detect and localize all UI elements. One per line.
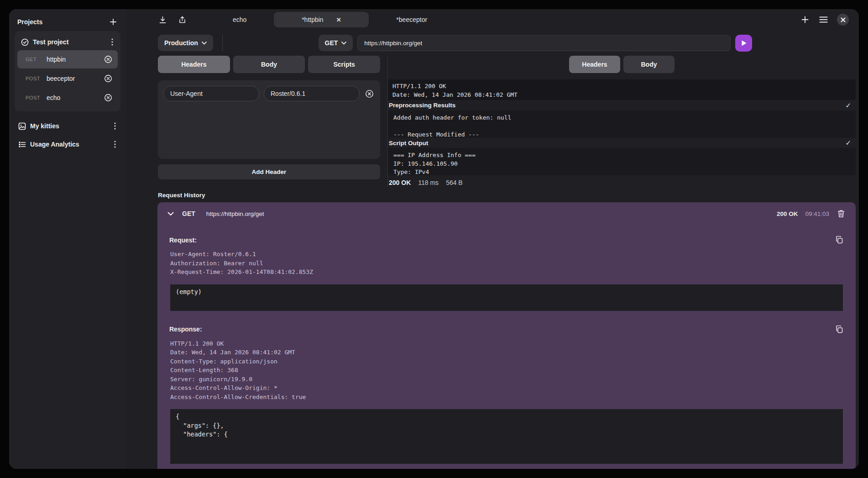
project-group-header[interactable]: Test project: [17, 35, 118, 49]
section-title: Script Output: [389, 140, 428, 147]
tab-label: *httpbin: [302, 16, 323, 23]
header-value-input[interactable]: [264, 86, 360, 101]
url-input[interactable]: [357, 35, 731, 51]
request-name: beeceptor: [47, 75, 103, 82]
tab-request-body[interactable]: Body: [233, 56, 305, 73]
tab-label: *beeceptor: [396, 16, 427, 23]
project-menu-button[interactable]: [110, 37, 114, 47]
hamburger-icon: [819, 16, 828, 23]
app-window: Projects Test project GET: [9, 9, 859, 469]
headers-editor: [158, 80, 380, 159]
export-button[interactable]: [178, 15, 187, 25]
main-area: echo *httpbin ✕ *beeceptor: [126, 9, 859, 469]
menu-button[interactable]: [818, 16, 829, 24]
close-tab-icon[interactable]: ✕: [336, 16, 341, 23]
script-output: === IP Address Info === IP: 195.146.105.…: [388, 148, 856, 175]
section-title: Preprocessing Results: [389, 102, 455, 109]
header-key-input[interactable]: [163, 86, 259, 101]
history-response-body: { "args": {}, "headers": {: [170, 409, 843, 464]
circle-x-icon: [365, 89, 374, 98]
method-label: POST: [26, 76, 47, 81]
add-header-button[interactable]: Add Header: [158, 164, 380, 179]
request-section-label: Request:: [169, 236, 197, 244]
collection-name: Usage Analytics: [30, 141, 113, 148]
remove-request-button[interactable]: [103, 74, 113, 84]
circle-x-icon: [104, 74, 112, 83]
method-select[interactable]: GET: [319, 35, 353, 51]
preprocessing-results-header: Preprocessing Results ✓: [388, 100, 856, 110]
request-name: echo: [47, 94, 103, 101]
tab-response-body[interactable]: Body: [623, 56, 675, 73]
header-row: [163, 86, 375, 101]
remove-request-button[interactable]: [103, 54, 113, 64]
tab-request-scripts[interactable]: Scripts: [308, 56, 380, 73]
request-panel: Headers Body Scripts Add: [158, 56, 380, 186]
history-method: GET: [182, 210, 195, 217]
share-icon: [178, 16, 186, 24]
tab-request-headers[interactable]: Headers: [158, 56, 230, 73]
send-request-button[interactable]: [735, 35, 752, 52]
copy-response-button[interactable]: [835, 325, 844, 334]
request-history-title: Request History: [158, 192, 859, 199]
method-label: GET: [325, 39, 338, 47]
check-circle-icon: [21, 38, 29, 46]
sidebar-item-my-kitties[interactable]: My kitties: [15, 117, 120, 135]
history-entry: GET https://httpbin.org/get 200 OK 09:41…: [157, 202, 856, 469]
add-project-button[interactable]: [109, 17, 118, 26]
history-request-headers: User-Agent: Roster/0.6.1 Authorization: …: [157, 250, 856, 277]
history-request-body: (empty): [170, 284, 843, 311]
delete-history-button[interactable]: [837, 209, 846, 219]
trash-icon: [837, 210, 845, 218]
status-time: 118 ms: [418, 179, 439, 186]
plus-icon: [110, 18, 117, 26]
circle-x-icon: [104, 94, 112, 102]
sidebar-item-echo[interactable]: POST echo: [17, 89, 118, 107]
remove-header-button[interactable]: [364, 89, 375, 99]
new-tab-button[interactable]: [800, 15, 810, 25]
circle-x-icon: [104, 55, 112, 63]
response-panel: Headers Body HTTP/1.1 200 OK Date: Wed, …: [387, 56, 859, 186]
chevron-down-icon[interactable]: [167, 212, 174, 216]
remove-request-button[interactable]: [103, 93, 113, 103]
close-icon: [841, 17, 846, 22]
sidebar-item-httpbin[interactable]: GET httpbin: [17, 50, 118, 68]
sidebar-item-beeceptor[interactable]: POST beeceptor: [17, 69, 118, 88]
history-time: 09:41:03: [805, 210, 829, 217]
tab-label: echo: [233, 16, 246, 23]
divider: [222, 35, 223, 51]
copy-request-button[interactable]: [835, 235, 844, 245]
copy-icon: [836, 326, 843, 333]
editor-panels: Headers Body Scripts Add: [126, 56, 859, 186]
kebab-icon: [114, 141, 116, 148]
project-name: Test project: [33, 38, 110, 46]
copy-icon: [836, 236, 843, 244]
tab-beeceptor[interactable]: *beeceptor: [369, 12, 455, 27]
close-window-button[interactable]: [837, 14, 849, 26]
environment-label: Production: [164, 39, 198, 47]
check-icon: ✓: [845, 101, 851, 110]
history-entry-header[interactable]: GET https://httpbin.org/get 200 OK 09:41…: [157, 202, 856, 225]
sidebar: Projects Test project GET: [9, 9, 126, 469]
environment-select[interactable]: Production: [158, 35, 213, 51]
import-button[interactable]: [158, 15, 167, 25]
sidebar-item-usage-analytics[interactable]: Usage Analytics: [15, 135, 120, 153]
collection-name: My kitties: [30, 122, 113, 130]
tab-echo[interactable]: echo: [205, 12, 274, 27]
kebab-icon: [114, 122, 116, 130]
collection-menu-button[interactable]: [113, 121, 117, 131]
tab-response-headers[interactable]: Headers: [569, 56, 620, 73]
status-size: 564 B: [446, 179, 463, 186]
request-bar: Production GET: [126, 30, 859, 56]
response-status-row: 200 OK 118 ms 564 B: [388, 179, 856, 186]
kebab-icon: [111, 38, 113, 46]
tab-strip: echo *httpbin ✕ *beeceptor: [205, 12, 800, 27]
history-response-headers: HTTP/1.1 200 OK Date: Wed, 14 Jan 2026 0…: [157, 339, 856, 402]
preprocessing-output: Added auth header for token: null --- Re…: [388, 110, 856, 138]
method-label: POST: [26, 95, 47, 100]
chevron-down-icon: [202, 42, 207, 45]
collection-menu-button[interactable]: [113, 140, 117, 149]
image-icon: [18, 122, 26, 130]
request-name: httpbin: [47, 56, 103, 63]
method-label: GET: [26, 57, 47, 62]
tab-httpbin-active[interactable]: *httpbin ✕: [274, 12, 369, 27]
